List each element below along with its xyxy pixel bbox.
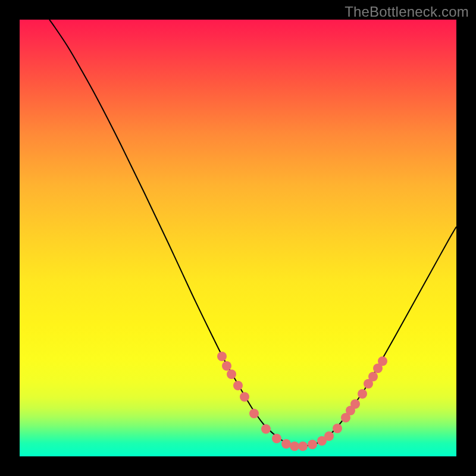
data-point: [281, 439, 291, 449]
watermark-text: TheBottleneck.com: [345, 4, 469, 20]
data-point: [272, 434, 281, 443]
data-point: [368, 372, 378, 381]
data-point: [233, 381, 243, 390]
data-point: [378, 356, 387, 366]
data-point: [333, 424, 342, 433]
data-point: [249, 409, 259, 418]
data-point: [298, 441, 308, 451]
data-point: [261, 424, 271, 434]
curve-line: [49, 20, 456, 446]
data-point: [324, 431, 334, 441]
data-point: [240, 392, 249, 402]
data-point: [358, 389, 367, 399]
data-point: [350, 399, 360, 409]
chart-svg: [20, 20, 456, 456]
curve-dots: [217, 352, 387, 451]
data-point: [227, 369, 236, 379]
data-point: [290, 441, 299, 451]
data-point: [308, 440, 317, 449]
data-point: [222, 361, 231, 371]
chart-frame: TheBottleneck.com: [0, 0, 476, 476]
plot-area: [20, 20, 456, 456]
data-point: [217, 352, 227, 361]
